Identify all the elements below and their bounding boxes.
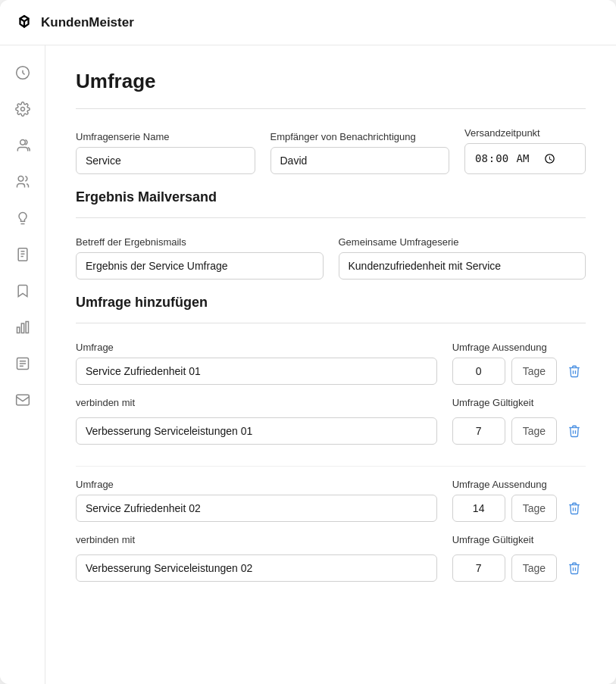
section-hinzufuegen-title: Umfrage hinzufügen [76,295,586,311]
recipient-group: Empfänger von Benachrichtigung [270,131,450,174]
survey-input-1[interactable] [76,358,437,385]
aussendung-label-1: Umfrage Aussendung [452,342,586,353]
gueltigkeit-tage-1: Tage [511,417,557,445]
subject-label: Betreff der Ergebnismails [76,236,324,248]
survey-item-2: Umfrage Umfrage Aussendung Tage [76,479,586,582]
aussendung-days-group-1: Tage [452,358,586,385]
delete-aussendung-btn-1[interactable] [563,360,586,383]
connected-group-2: verbinden mit [76,534,437,582]
sidebar-item-dashboard[interactable] [8,58,38,88]
aussendung-label-2: Umfrage Aussendung [452,479,586,490]
survey-main-row-2: Umfrage Umfrage Aussendung Tage [76,479,586,522]
sidebar-item-analytics[interactable] [8,312,38,342]
subject-group: Betreff der Ergebnismails [76,236,324,280]
connected-input-1[interactable] [76,417,437,445]
survey-sub-row-2: verbinden mit Umfrage Gültigkeit Tage [76,534,586,582]
svg-rect-9 [16,395,29,404]
gueltigkeit-label-2: Umfrage Gültigkeit [452,534,586,545]
serie-name-group: Umfragenserie Name [76,131,255,174]
survey-main-row-1: Umfrage Umfrage Aussendung Tage [76,342,586,385]
sidebar [0,45,45,684]
gueltigkeit-group-1: Umfrage Gültigkeit Tage [452,397,586,445]
survey-label-2: Umfrage [76,479,437,490]
survey-label-1: Umfrage [76,342,437,353]
aussendung-group-2: Umfrage Aussendung Tage [452,479,586,522]
connected-input-2[interactable] [76,554,437,582]
logo-icon [15,14,33,32]
shared-series-label: Gemeinsame Umfrageserie [339,236,586,248]
sidebar-item-ideas[interactable] [8,203,38,233]
recipient-input[interactable] [270,147,450,174]
aussendung-tage-1: Tage [511,358,557,385]
gueltigkeit-tage-2: Tage [511,554,557,582]
section2-divider [76,323,586,323]
serie-name-label: Umfragenserie Name [76,131,255,142]
section1-divider [76,217,586,218]
page-title: Umfrage [76,70,586,93]
sidebar-item-messages[interactable] [8,385,38,415]
shared-series-group: Gemeinsame Umfrageserie [339,236,586,280]
gueltigkeit-input-2[interactable] [452,554,505,582]
send-time-wrapper [464,143,586,174]
survey-sub-row-1: verbinden mit Umfrage Gültigkeit Tage [76,397,586,445]
aussendung-days-group-2: Tage [452,495,586,522]
sidebar-item-reports[interactable] [8,348,38,379]
delete-aussendung-btn-2[interactable] [563,497,586,520]
svg-rect-5 [17,327,19,333]
sidebar-item-groups[interactable] [8,167,38,197]
survey-input-2[interactable] [76,495,437,522]
serie-name-input[interactable] [76,147,255,174]
survey-item-1: Umfrage Umfrage Aussendung Tage [76,342,586,445]
aussendung-group-1: Umfrage Aussendung Tage [452,342,586,385]
send-time-input[interactable] [464,143,586,174]
top-bar: KundenMeister [0,0,616,45]
svg-point-2 [20,140,25,145]
aussendung-input-2[interactable] [452,495,505,522]
title-divider [76,108,586,109]
survey-group-1: Umfrage [76,342,437,385]
aussendung-tage-2: Tage [511,495,557,522]
mailversand-form-row: Betreff der Ergebnismails Gemeinsame Umf… [76,236,586,280]
gueltigkeit-label-1: Umfrage Gültigkeit [452,397,586,408]
connected-group-1: verbinden mit [76,397,437,445]
svg-point-3 [18,176,23,182]
svg-rect-6 [21,323,23,333]
recipient-label: Empfänger von Benachrichtigung [270,131,450,142]
connected-label-2: verbinden mit [76,534,437,545]
app-title: KundenMeister [41,15,134,30]
gueltigkeit-group-2: Umfrage Gültigkeit Tage [452,534,586,582]
gueltigkeit-days-group-2: Tage [452,554,586,582]
survey-separator-1 [76,466,586,467]
sidebar-item-bookmarks[interactable] [8,276,38,306]
svg-rect-7 [26,322,28,333]
sidebar-item-contacts[interactable] [8,130,38,161]
section-mailversand-title: Ergebnis Mailversand [76,189,586,205]
shared-series-input[interactable] [339,252,586,280]
survey-group-2: Umfrage [76,479,437,522]
send-time-group: Versandzeitpunkt [464,127,586,174]
sidebar-item-settings[interactable] [8,94,38,124]
delete-gueltigkeit-btn-1[interactable] [563,420,586,442]
connected-label-1: verbinden mit [76,397,437,408]
send-time-label: Versandzeitpunkt [464,127,586,139]
svg-point-1 [20,108,24,111]
aussendung-input-1[interactable] [452,358,505,385]
gueltigkeit-input-1[interactable] [452,417,505,445]
surveys-container: Umfrage Umfrage Aussendung Tage [76,342,586,582]
subject-input[interactable] [76,252,324,280]
top-form-row: Umfragenserie Name Empfänger von Benachr… [76,127,586,174]
svg-rect-4 [18,248,27,261]
delete-gueltigkeit-btn-2[interactable] [563,557,586,579]
gueltigkeit-days-group-1: Tage [452,417,586,445]
sidebar-item-tasks[interactable] [8,239,38,270]
main-content: Umfrage Umfragenserie Name Empfänger von… [45,45,616,684]
